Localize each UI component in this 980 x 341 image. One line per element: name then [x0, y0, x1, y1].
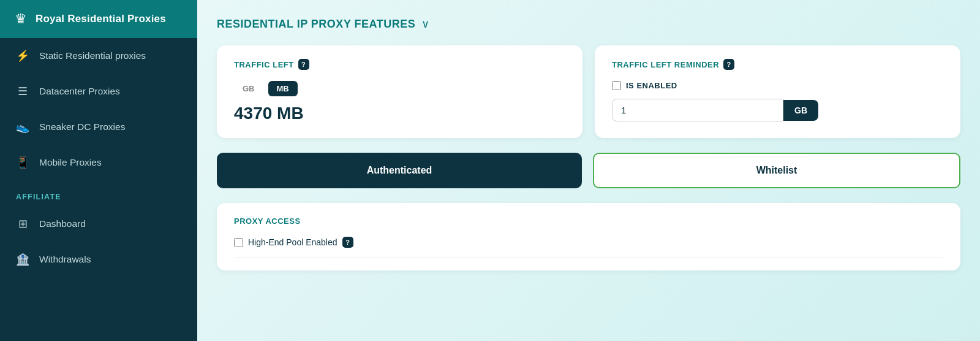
gb-toggle-button[interactable]: GB — [234, 81, 263, 96]
main-content: RESIDENTIAL IP PROXY FEATURES ∨ TRAFFIC … — [197, 0, 980, 341]
section-header: RESIDENTIAL IP PROXY FEATURES ∨ — [217, 17, 960, 31]
sidebar-item-dashboard[interactable]: ⊞ Dashboard — [0, 206, 197, 242]
chevron-down-icon[interactable]: ∨ — [421, 17, 429, 31]
mobile-icon: 📱 — [16, 156, 29, 169]
sidebar-item-static-residential[interactable]: ⚡ Static Residential proxies — [0, 38, 197, 74]
sidebar-header-label: Royal Residential Proxies — [36, 13, 166, 25]
high-end-help-icon[interactable]: ? — [342, 237, 353, 248]
is-enabled-label: IS ENABLED — [626, 81, 677, 90]
grid-icon: ☰ — [16, 85, 29, 98]
high-end-pool-row: High-End Pool Enabled ? — [234, 237, 943, 248]
sidebar-item-withdrawals[interactable]: 🏦 Withdrawals — [0, 242, 197, 277]
high-end-pool-checkbox[interactable] — [234, 238, 243, 247]
whitelist-button[interactable]: Whitelist — [593, 153, 960, 188]
traffic-left-card: TRAFFIC LEFT ? GB MB 4370 MB — [217, 45, 582, 138]
sidebar-header[interactable]: ♛ Royal Residential Proxies — [0, 0, 197, 38]
authenticated-button[interactable]: Authenticated — [217, 153, 582, 188]
sidebar-item-label: Sneaker DC Proxies — [39, 121, 125, 132]
proxy-access-section: PROXY ACCESS High-End Pool Enabled ? — [217, 203, 960, 270]
reminder-unit-button[interactable]: GB — [783, 100, 818, 121]
traffic-reminder-title: TRAFFIC LEFT REMINDER ? — [612, 59, 943, 70]
sidebar-item-label: Mobile Proxies — [39, 157, 102, 168]
traffic-left-title: TRAFFIC LEFT ? — [234, 59, 565, 70]
affiliate-section-title: AFFILIATE — [0, 180, 197, 206]
sidebar-item-label: Datacenter Proxies — [39, 86, 120, 97]
sidebar-item-mobile[interactable]: 📱 Mobile Proxies — [0, 145, 197, 180]
sneaker-icon: 👟 — [16, 120, 29, 134]
sidebar-item-label: Static Residential proxies — [39, 50, 146, 61]
sidebar: ♛ Royal Residential Proxies ⚡ Static Res… — [0, 0, 197, 341]
bolt-icon: ⚡ — [16, 49, 29, 63]
sidebar-item-datacenter[interactable]: ☰ Datacenter Proxies — [0, 74, 197, 109]
crown-icon: ♛ — [15, 11, 27, 27]
traffic-value: 4370 MB — [234, 104, 565, 123]
reminder-input[interactable] — [612, 99, 783, 121]
traffic-left-help-icon[interactable]: ? — [298, 59, 309, 70]
traffic-reminder-help-icon[interactable]: ? — [723, 59, 734, 70]
traffic-reminder-card: TRAFFIC LEFT REMINDER ? IS ENABLED GB — [595, 45, 960, 138]
auth-whitelist-row: Authenticated Whitelist — [217, 153, 960, 188]
section-title: RESIDENTIAL IP PROXY FEATURES — [217, 18, 415, 31]
is-enabled-row: IS ENABLED — [612, 81, 943, 90]
cards-row: TRAFFIC LEFT ? GB MB 4370 MB TRAFFIC LEF… — [217, 45, 960, 138]
dashboard-icon: ⊞ — [16, 217, 29, 231]
sidebar-item-label: Dashboard — [39, 218, 86, 229]
reminder-input-row: GB — [612, 99, 943, 121]
divider — [234, 258, 943, 258]
traffic-toggle: GB MB — [234, 81, 565, 96]
sidebar-item-label: Withdrawals — [39, 254, 91, 265]
high-end-pool-label: High-End Pool Enabled — [248, 237, 337, 247]
proxy-access-title: PROXY ACCESS — [234, 216, 943, 226]
is-enabled-checkbox[interactable] — [612, 81, 621, 90]
bank-icon: 🏦 — [16, 253, 29, 266]
mb-toggle-button[interactable]: MB — [268, 81, 298, 96]
sidebar-item-sneaker-dc[interactable]: 👟 Sneaker DC Proxies — [0, 109, 197, 145]
